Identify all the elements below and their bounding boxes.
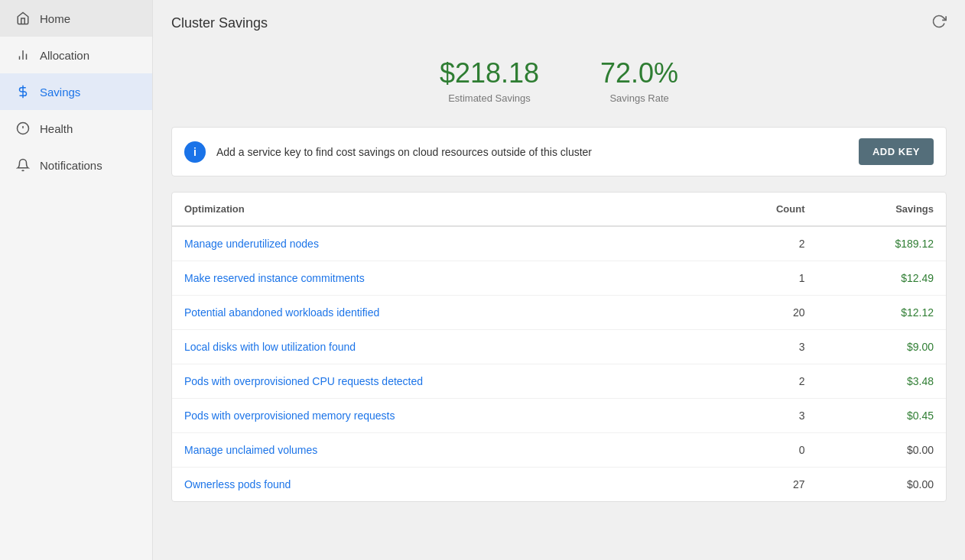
count-cell: 27: [709, 468, 817, 502]
estimated-savings-value: $218.18: [440, 57, 539, 89]
savings-cell: $9.00: [817, 330, 946, 364]
dollar-icon: [15, 84, 31, 99]
savings-cell: $12.12: [817, 296, 946, 330]
optimization-cell: Pods with overprovisioned CPU requests d…: [172, 364, 709, 399]
count-cell: 20: [709, 296, 817, 330]
savings-cell: $0.00: [817, 468, 946, 502]
table-row: Local disks with low utilization found3$…: [172, 330, 946, 364]
savings-rate-label: Savings Rate: [600, 92, 678, 104]
bar-chart-icon: [15, 47, 31, 63]
count-cell: 3: [709, 399, 817, 433]
savings-rate-card: 72.0% Savings Rate: [600, 57, 678, 104]
count-cell: 3: [709, 330, 817, 364]
table-row: Pods with overprovisioned CPU requests d…: [172, 364, 946, 399]
optimization-cell: Manage underutilized nodes: [172, 226, 709, 261]
optimization-cell: Local disks with low utilization found: [172, 330, 709, 364]
table-row: Potential abandoned workloads identified…: [172, 296, 946, 330]
optimization-cell: Make reserved instance commitments: [172, 261, 709, 296]
col-count: Count: [709, 193, 817, 226]
sidebar-item-notifications-label: Notifications: [40, 159, 102, 172]
count-cell: 2: [709, 364, 817, 399]
optimization-link[interactable]: Ownerless pods found: [184, 478, 291, 490]
sidebar-item-health-label: Health: [40, 122, 73, 135]
table-row: Make reserved instance commitments1$12.4…: [172, 261, 946, 296]
savings-cell: $189.12: [817, 226, 946, 261]
alert-circle-icon: [15, 121, 31, 136]
home-icon: [15, 11, 31, 26]
savings-rate-value: 72.0%: [600, 57, 678, 89]
info-icon: i: [184, 141, 206, 163]
savings-cell: $0.00: [817, 433, 946, 468]
table-row: Manage unclaimed volumes0$0.00: [172, 433, 946, 468]
sidebar-item-savings[interactable]: Savings: [0, 73, 152, 110]
optimization-cell: Pods with overprovisioned memory request…: [172, 399, 709, 433]
count-cell: 0: [709, 433, 817, 468]
optimization-cell: Potential abandoned workloads identified: [172, 296, 709, 330]
page-title: Cluster Savings: [171, 15, 268, 31]
col-optimization: Optimization: [172, 193, 709, 226]
estimated-savings-card: $218.18 Estimated Savings: [440, 57, 539, 104]
bell-icon: [15, 157, 31, 173]
sidebar-item-allocation[interactable]: Allocation: [0, 37, 152, 73]
add-key-button[interactable]: ADD KEY: [859, 138, 934, 165]
optimization-link[interactable]: Pods with overprovisioned CPU requests d…: [184, 375, 423, 387]
refresh-button[interactable]: [931, 14, 947, 33]
table-header-row: Optimization Count Savings: [172, 193, 946, 226]
sidebar-item-home[interactable]: Home: [0, 0, 152, 37]
table-row: Pods with overprovisioned memory request…: [172, 399, 946, 433]
sidebar-item-home-label: Home: [40, 12, 70, 25]
savings-summary: $218.18 Estimated Savings 72.0% Savings …: [153, 42, 965, 127]
optimizations-table-container: Optimization Count Savings Manage underu…: [171, 192, 947, 502]
sidebar-item-savings-label: Savings: [40, 86, 80, 99]
sidebar-item-health[interactable]: Health: [0, 110, 152, 147]
info-banner-text: Add a service key to find cost savings o…: [216, 146, 848, 158]
count-cell: 1: [709, 261, 817, 296]
optimization-cell: Manage unclaimed volumes: [172, 433, 709, 468]
optimization-link[interactable]: Make reserved instance commitments: [184, 272, 365, 284]
count-cell: 2: [709, 226, 817, 261]
sidebar: Home Allocation Savings: [0, 0, 153, 560]
table-row: Manage underutilized nodes2$189.12: [172, 226, 946, 261]
optimizations-table: Optimization Count Savings Manage underu…: [172, 193, 946, 501]
main-content: Cluster Savings $218.18 Estimated Saving…: [153, 0, 965, 560]
optimization-link[interactable]: Local disks with low utilization found: [184, 341, 356, 353]
sidebar-item-notifications[interactable]: Notifications: [0, 147, 152, 183]
optimization-link[interactable]: Pods with overprovisioned memory request…: [184, 409, 395, 422]
page-header: Cluster Savings: [153, 0, 965, 42]
savings-cell: $3.48: [817, 364, 946, 399]
optimization-cell: Ownerless pods found: [172, 468, 709, 502]
estimated-savings-label: Estimated Savings: [440, 92, 539, 104]
sidebar-item-allocation-label: Allocation: [40, 49, 89, 62]
savings-cell: $12.49: [817, 261, 946, 296]
optimization-link[interactable]: Manage underutilized nodes: [184, 238, 319, 250]
savings-cell: $0.45: [817, 399, 946, 433]
info-banner: i Add a service key to find cost savings…: [171, 127, 947, 176]
table-row: Ownerless pods found27$0.00: [172, 468, 946, 502]
col-savings: Savings: [817, 193, 946, 226]
optimization-link[interactable]: Potential abandoned workloads identified: [184, 306, 379, 319]
optimization-link[interactable]: Manage unclaimed volumes: [184, 444, 317, 456]
